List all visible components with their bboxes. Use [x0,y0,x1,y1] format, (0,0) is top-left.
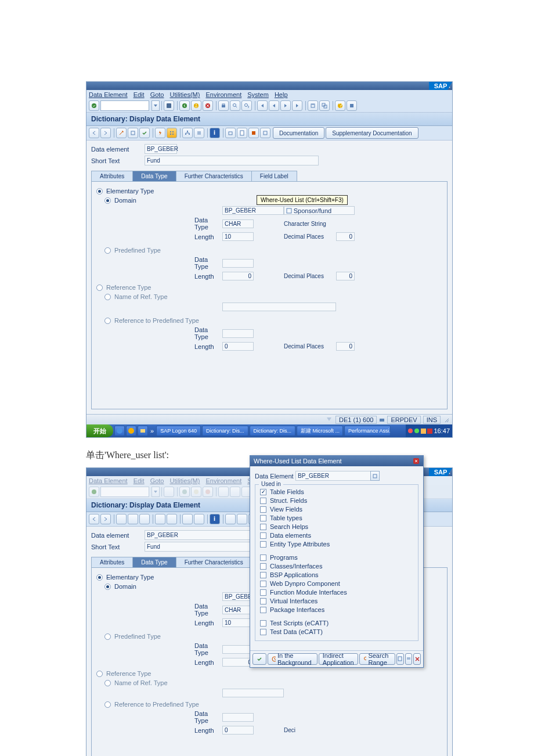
task-ie-icon[interactable] [114,426,125,436]
nav-fwd-icon[interactable] [100,514,111,524]
back-icon[interactable] [179,100,190,111]
layout-icon[interactable] [347,100,357,111]
tab-attributes[interactable]: Attributes [91,171,133,181]
hierarchy-icon[interactable] [182,514,193,524]
radio-reftype[interactable]: Reference Type [96,284,442,291]
display-change-icon[interactable] [116,514,127,524]
radio-predef[interactable]: Predefined Type [104,247,442,254]
chk-entity-type[interactable]: Entity Type Attributes [260,541,413,548]
other-object-icon[interactable] [128,514,138,524]
tab-fieldlabel[interactable]: Field Label [251,171,297,181]
popup-indirect-button[interactable]: Indirect Application [319,653,358,665]
popup-ok-button[interactable] [252,653,266,665]
tab-attributes[interactable]: Attributes [91,557,133,567]
menu-item[interactable]: Edit [134,91,145,98]
shortcut-icon[interactable] [319,100,330,111]
check-icon[interactable] [139,128,150,138]
nav-back-icon[interactable] [89,128,99,138]
tab-datatype[interactable]: Data Type [132,557,176,567]
radio-name-reftype[interactable]: Name of Ref. Type [104,679,442,686]
f4-icon[interactable] [286,208,292,214]
popup-copy-button[interactable] [396,653,404,665]
task-item[interactable]: SAP Logon 640 [156,426,201,436]
menu-item[interactable]: Environment [205,91,241,98]
dropdown-icon[interactable] [151,100,160,111]
task-item[interactable]: Dictionary: Dis... [250,426,296,436]
menu-item[interactable]: Data Element [89,91,128,98]
chk-bsp[interactable]: BSP Applications [260,571,413,578]
cancel-icon[interactable] [203,100,213,111]
other-object-icon[interactable] [128,128,138,138]
chk-package[interactable]: Package Interfaces [260,606,413,613]
task-item[interactable]: Performance Assi... [344,426,391,436]
menu-item[interactable]: Utilities(M) [169,91,200,98]
radio-ref-predef[interactable]: Reference to Predefined Type [104,701,442,708]
doc-icon[interactable] [237,128,247,138]
msg-icon[interactable] [325,416,333,423]
supp-doc-button[interactable]: Supplementary Documentation [326,127,418,139]
radio-elementary[interactable]: Elementary Type [96,188,442,195]
next-page-icon[interactable] [280,100,291,111]
info-icon[interactable]: i [210,514,220,524]
check-icon[interactable] [139,514,150,524]
menu-item[interactable]: Help [275,91,288,98]
display-change-icon[interactable] [116,128,127,138]
where-used-icon[interactable] [167,514,177,524]
enter-icon[interactable] [89,100,99,111]
task-explorer-icon[interactable] [138,426,148,436]
tab-further[interactable]: Further Characteristics [176,171,252,181]
activate-icon[interactable] [155,514,165,524]
chk-webdynpro[interactable]: Web Dynpro Component [260,580,413,587]
chk-classes[interactable]: Classes/Interfaces [260,563,413,570]
popup-bg-button[interactable]: In the Background [268,653,317,665]
print-icon[interactable] [218,100,229,111]
nav-back-icon[interactable] [89,514,99,524]
chk-test-data[interactable]: Test Data (eCATT) [260,628,413,635]
activate-icon[interactable] [155,128,165,138]
popup-cancel-button[interactable] [413,653,421,665]
start-button[interactable]: 开始 [86,424,113,437]
chk-table-fields[interactable]: Table Fields [260,488,413,495]
find-icon[interactable] [230,100,240,111]
prev-page-icon[interactable] [269,100,279,111]
resize-icon[interactable] [443,416,450,423]
f4-button[interactable] [370,471,380,481]
radio-reftype[interactable]: Reference Type [96,670,442,677]
radio-ref-predef[interactable]: Reference to Predefined Type [104,317,442,324]
chk-fm[interactable]: Function Module Interfaces [260,589,413,596]
chk-programs[interactable]: Programs [260,554,413,561]
save-icon[interactable] [164,100,174,111]
chk-search-helps[interactable]: Search Helps [260,523,413,530]
popup-search-range-button[interactable]: Search Range [359,653,396,665]
chk-virtual[interactable]: Virtual Interfaces [260,597,413,604]
list-icon[interactable] [194,514,204,524]
menu-item[interactable]: System [247,91,269,98]
tab-further[interactable]: Further Characteristics [176,557,252,567]
help-icon[interactable]: ? [335,100,345,111]
append-icon[interactable] [225,128,236,138]
exit-icon[interactable] [191,100,201,111]
first-page-icon[interactable] [257,100,268,111]
where-used-icon[interactable] [167,128,177,138]
list-icon[interactable] [194,128,204,138]
documentation-button[interactable]: Documentation [273,127,324,139]
popup-close-icon[interactable] [413,458,420,465]
chk-table-types[interactable]: Table types [260,514,413,521]
doc-icon[interactable] [237,514,247,524]
chk-struct-fields[interactable]: Struct. Fields [260,497,413,504]
find-next-icon[interactable] [241,100,252,111]
nav-fwd-icon[interactable] [100,128,111,138]
info-icon[interactable]: i [210,128,220,138]
tab-datatype[interactable]: Data Type [132,171,176,181]
radio-name-reftype[interactable]: Name of Ref. Type [104,293,442,300]
task-outlook-icon[interactable] [126,426,136,436]
command-field[interactable] [100,100,149,111]
tech-icon[interactable] [248,128,259,138]
task-item[interactable]: Dictionary: Dis... [202,426,248,436]
append-icon[interactable] [225,514,236,524]
new-session-icon[interactable] [308,100,318,111]
popup-list-button[interactable] [405,653,413,665]
suppl-icon[interactable] [260,128,270,138]
chk-data-elements[interactable]: Data elements [260,532,413,539]
chk-view-fields[interactable]: View Fields [260,506,413,513]
